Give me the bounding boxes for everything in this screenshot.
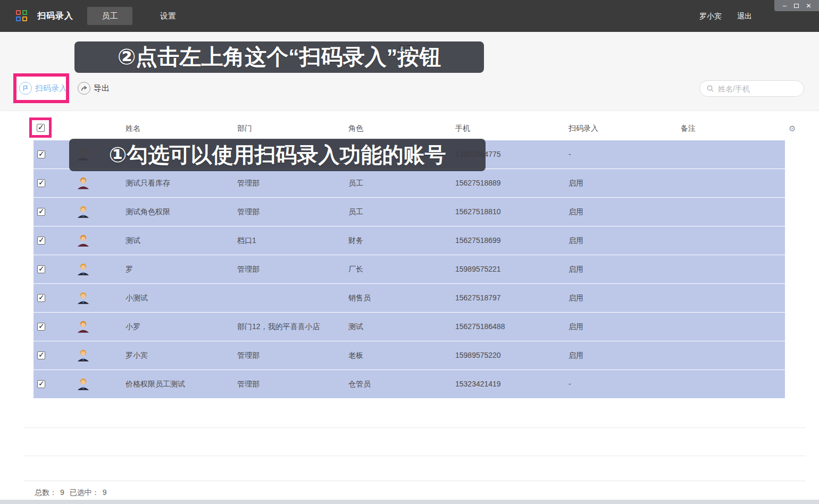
avatar <box>76 377 90 391</box>
avatar <box>76 176 90 190</box>
user-menu[interactable]: 罗小宾 <box>699 0 722 32</box>
column-header-name[interactable]: 姓名 <box>126 117 140 140</box>
cell-phone: 15627518810 <box>455 198 551 226</box>
cell-role: 测试 <box>348 313 439 341</box>
column-header-dept[interactable]: 部门 <box>237 117 252 140</box>
checkmark-icon: ✓ <box>38 322 45 330</box>
cell-note <box>681 140 776 169</box>
cell-role: 财务 <box>348 226 439 255</box>
checkmark-icon: ✓ <box>38 379 45 388</box>
column-header-note[interactable]: 备注 <box>681 117 696 140</box>
row-checkbox[interactable]: ✓ <box>37 150 45 158</box>
close-button[interactable]: ✕ <box>805 2 813 10</box>
table-row[interactable]: ✓ 罗 管理部 厂长 15989575221 启用 <box>34 255 785 283</box>
column-header-scan[interactable]: 扫码录入 <box>569 117 598 140</box>
cell-dept: 档口1 <box>237 226 344 255</box>
cell-name: 小罗 <box>126 313 232 341</box>
empty-row-divider <box>24 427 806 428</box>
cell-name: 测试角色权限 <box>126 198 232 226</box>
cell-name: 价格权限员工测试 <box>126 370 232 398</box>
total-count: 9 <box>60 488 64 497</box>
app-title: 扫码录入 <box>37 0 73 32</box>
minimize-button[interactable]: – <box>780 2 789 10</box>
checkmark-icon: ✓ <box>38 293 45 301</box>
table-row[interactable]: ✓ 测试 档口1 财务 15627518699 启用 <box>34 226 785 255</box>
logout-button[interactable]: 退出 <box>737 0 752 32</box>
cell-role: 员工 <box>348 198 439 226</box>
checkmark-icon: ✓ <box>38 207 45 215</box>
app-logo-icon <box>16 10 28 22</box>
row-checkbox[interactable]: ✓ <box>37 237 45 245</box>
cell-note <box>681 198 776 226</box>
cell-role: 厂长 <box>348 255 439 283</box>
tab-staff[interactable]: 员工 <box>87 7 132 25</box>
cell-name: 测试只看库存 <box>126 169 232 197</box>
table-row[interactable]: ✓ 小罗 部门12，我的平喜喜小店 测试 156275186488 启用 <box>34 313 785 341</box>
cell-name: 罗 <box>126 255 232 283</box>
row-checkbox[interactable]: ✓ <box>37 265 45 273</box>
row-checkbox[interactable]: ✓ <box>37 179 45 187</box>
avatar <box>76 262 90 276</box>
cell-dept: 管理部 <box>237 198 344 226</box>
checkmark-icon: ✓ <box>38 149 45 158</box>
table-row[interactable]: ✓ 测试角色权限 管理部 员工 15627518810 启用 <box>34 198 785 226</box>
cell-phone: 15989575220 <box>455 341 551 369</box>
row-checkbox[interactable]: ✓ <box>37 208 45 216</box>
selected-label: 已选中： <box>70 488 99 497</box>
cell-phone: 156275186488 <box>455 313 551 341</box>
cell-role: 仓管员 <box>348 370 439 398</box>
table-row[interactable]: ✓ 小测试 销售员 15627518797 启用 <box>34 284 785 312</box>
tab-settings[interactable]: 设置 <box>149 7 187 25</box>
column-header-phone[interactable]: 手机 <box>455 117 470 140</box>
table-row[interactable]: ✓ 罗小宾 管理部 老板 15989575220 启用 <box>34 341 785 369</box>
search-input[interactable] <box>718 85 814 93</box>
checkmark-icon: ✓ <box>38 264 45 273</box>
column-header-role[interactable]: 角色 <box>348 117 363 140</box>
avatar <box>76 233 90 248</box>
cell-scan-status: 启用 <box>569 284 654 312</box>
row-checkbox[interactable]: ✓ <box>37 323 45 331</box>
empty-row-divider <box>24 456 806 456</box>
row-checkbox[interactable]: ✓ <box>37 351 45 359</box>
cell-note <box>681 370 776 398</box>
select-all-checkbox[interactable]: ✓ <box>37 124 45 132</box>
row-checkbox[interactable]: ✓ <box>37 294 45 302</box>
cell-scan-status: 启用 <box>569 341 654 369</box>
table-body: ✓ 销售员工修改测试 管理部 员工 13802064775 - ✓ <box>34 140 785 399</box>
cell-role: 老板 <box>348 341 439 369</box>
cell-name: 罗小宾 <box>126 341 232 369</box>
column-settings-gear-icon[interactable]: ⚙ <box>789 117 796 140</box>
table-row[interactable]: ✓ 价格权限员工测试 管理部 仓管员 15323421419 - <box>34 370 785 398</box>
export-label: 导出 <box>94 83 110 94</box>
cell-phone: 15627518889 <box>455 169 551 197</box>
cell-phone: 15323421419 <box>455 370 551 398</box>
cell-dept <box>237 284 344 312</box>
scan-entry-button[interactable]: 扫码录入 <box>19 81 67 96</box>
selected-count: 9 <box>103 488 107 497</box>
row-checkbox[interactable]: ✓ <box>37 380 45 388</box>
cell-note <box>681 169 776 197</box>
empty-row-divider <box>24 481 806 481</box>
cell-scan-status: 启用 <box>569 198 654 226</box>
cell-role: 员工 <box>348 169 439 197</box>
tutorial-annotation-step2: ②点击左上角这个“扫码录入”按钮 <box>74 41 484 73</box>
search-icon <box>706 85 714 93</box>
table-header-row: 姓名 部门 角色 手机 扫码录入 备注 ⚙ <box>34 117 785 140</box>
checkmark-icon: ✓ <box>38 236 45 244</box>
avatar <box>76 320 90 334</box>
cell-scan-status: - <box>569 140 654 169</box>
avatar <box>76 291 90 305</box>
cell-note <box>681 226 776 255</box>
cell-scan-status: 启用 <box>569 313 654 341</box>
window-controls: – ✕ <box>774 0 819 11</box>
cell-dept: 管理部 <box>237 341 344 369</box>
cell-scan-status: 启用 <box>569 255 654 283</box>
maximize-button[interactable] <box>792 2 801 10</box>
avatar <box>76 205 90 219</box>
cell-dept: 部门12，我的平喜喜小店 <box>237 313 344 341</box>
app-window: 扫码录入 员工 设置 罗小宾 退出 – ✕ 员工 扫码录入 导出 ✓ 姓 <box>0 0 819 504</box>
export-button[interactable]: 导出 <box>78 81 110 96</box>
cell-dept: 管理部 <box>237 169 344 197</box>
cell-note <box>681 255 776 283</box>
table-row[interactable]: ✓ 测试只看库存 管理部 员工 15627518889 启用 <box>34 169 785 197</box>
